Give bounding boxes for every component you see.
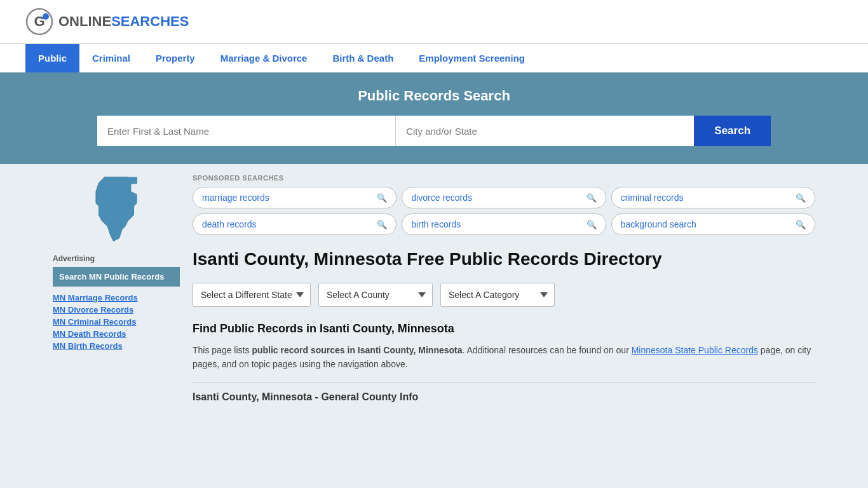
pill-label-2: criminal records [621,193,684,203]
pill-label-3: death records [202,219,257,229]
pill-criminal-records[interactable]: criminal records 🔍 [611,187,815,208]
page-heading: Isanti County, Minnesota Free Public Rec… [193,248,815,270]
header: G ONLINESEARCHES [0,0,868,43]
location-input[interactable] [396,116,694,146]
pill-divorce-records[interactable]: divorce records 🔍 [402,187,606,208]
pill-death-records[interactable]: death records 🔍 [193,214,397,235]
search-icon-5: 🔍 [796,220,806,229]
desc-before: This page lists [193,345,252,355]
sidebar-link-4[interactable]: MN Birth Records [53,341,180,351]
pill-label-1: divorce records [411,193,472,203]
section-divider [193,382,815,383]
search-button[interactable]: Search [694,116,771,146]
state-shape-container [53,174,180,244]
nav-item-criminal[interactable]: Criminal [79,44,143,72]
pill-background-search[interactable]: background search 🔍 [611,214,815,235]
dropdown-row: Select a Different State Select A County… [193,283,815,307]
hero-section: Public Records Search Search [0,72,868,164]
logo: G ONLINESEARCHES [25,8,189,36]
logo-icon: G [25,8,53,36]
logo-searches-text: SEARCHES [111,13,189,29]
desc-link[interactable]: Minnesota State Public Records [632,345,758,355]
category-dropdown[interactable]: Select A Category [440,283,555,307]
county-dropdown[interactable]: Select A County [318,283,433,307]
nav-item-birth-death[interactable]: Birth & Death [320,44,406,72]
pill-label-0: marriage records [202,193,269,203]
sidebar: Advertising Search MN Public Records MN … [53,174,180,403]
sidebar-link-2[interactable]: MN Criminal Records [53,317,180,327]
search-icon-3: 🔍 [377,220,387,229]
svg-point-2 [43,13,49,20]
search-row: Search [97,116,771,146]
name-input[interactable] [97,116,396,146]
pill-marriage-records[interactable]: marriage records 🔍 [193,187,397,208]
desc-bold: public record sources in Isanti County, … [252,345,462,355]
svg-rect-4 [127,177,138,184]
sponsored-pills-grid: marriage records 🔍 divorce records 🔍 cri… [193,187,815,235]
search-icon-4: 🔍 [587,220,597,229]
search-icon-0: 🔍 [377,193,387,203]
main-nav: Public Criminal Property Marriage & Divo… [0,43,868,72]
svg-marker-3 [96,177,137,241]
sidebar-link-3[interactable]: MN Death Records [53,329,180,339]
hero-title: Public Records Search [25,88,843,104]
sidebar-link-1[interactable]: MN Divorce Records [53,305,180,315]
pill-label-5: background search [621,219,696,229]
state-dropdown[interactable]: Select a Different State [193,283,311,307]
pill-birth-records[interactable]: birth records 🔍 [402,214,606,235]
advertising-label: Advertising [53,254,180,263]
find-heading: Find Public Records in Isanti County, Mi… [193,322,815,336]
description-text: This page lists public record sources in… [193,343,815,372]
nav-item-property[interactable]: Property [143,44,208,72]
search-icon-1: 🔍 [587,193,597,203]
sidebar-ad-box[interactable]: Search MN Public Records [53,267,180,287]
main-content: SPONSORED SEARCHES marriage records 🔍 di… [193,174,815,403]
nav-item-marriage-divorce[interactable]: Marriage & Divorce [208,44,320,72]
sidebar-link-0[interactable]: MN Marriage Records [53,293,180,302]
nav-item-employment[interactable]: Employment Screening [406,44,538,72]
nav-item-public[interactable]: Public [25,44,79,72]
main-layout: Advertising Search MN Public Records MN … [40,164,828,413]
logo-online-text: ONLINE [58,13,111,29]
minnesota-shape [85,174,148,244]
pill-label-4: birth records [411,219,461,229]
section-sub-heading: Isanti County, Minnesota - General Count… [193,391,815,403]
sponsored-label: SPONSORED SEARCHES [193,174,815,182]
search-icon-2: 🔍 [796,193,806,203]
desc-after: . Additional resources can be found on o… [463,345,632,355]
